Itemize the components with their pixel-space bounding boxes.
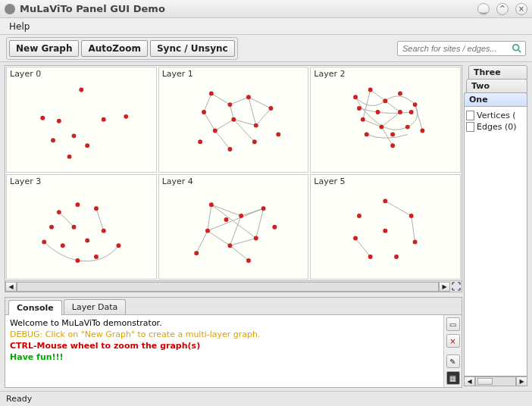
svg-point-60 — [272, 224, 277, 229]
graph-horizontal-scrollbar[interactable]: ◀ ▶ — [5, 280, 462, 292]
menubar: Help — [0, 18, 532, 35]
svg-point-53 — [261, 206, 265, 211]
svg-point-45 — [42, 239, 46, 244]
maximize-button[interactable]: ^ — [496, 3, 509, 15]
layer-cell-0[interactable]: Layer 0 — [6, 67, 157, 173]
layer-label: Layer 1 — [162, 69, 193, 79]
svg-point-19 — [252, 139, 257, 144]
svg-point-14 — [268, 106, 273, 111]
svg-point-68 — [383, 228, 388, 233]
tab-three[interactable]: Three — [468, 65, 527, 80]
svg-point-41 — [94, 206, 99, 211]
console-settings-button[interactable]: ▦ — [446, 371, 460, 385]
svg-point-15 — [254, 123, 258, 128]
tab-layer-data[interactable]: Layer Data — [64, 299, 126, 314]
sync-unsync-button[interactable]: Sync / Unsync — [150, 40, 235, 57]
svg-point-62 — [409, 214, 414, 218]
scroll-right-arrow[interactable]: ▶ — [516, 376, 527, 386]
svg-point-37 — [376, 110, 380, 114]
search-box[interactable] — [397, 41, 526, 56]
svg-point-42 — [49, 224, 54, 229]
tab-two[interactable]: Two — [466, 79, 527, 93]
console-line: DEBUG: Click on "New Graph" to create a … — [10, 329, 439, 341]
right-tabs: Three Two One — [464, 65, 527, 106]
scroll-right-arrow[interactable]: ▶ — [439, 282, 450, 292]
menu-help[interactable]: Help — [5, 20, 34, 33]
console-body: Welcome to MuLaViTo demonstrator.DEBUG: … — [5, 315, 462, 387]
layer-cell-3[interactable]: Layer 3 — [6, 174, 157, 280]
scroll-track[interactable] — [17, 282, 439, 292]
svg-point-61 — [383, 198, 388, 203]
scroll-track[interactable] — [475, 376, 516, 386]
svg-point-43 — [72, 224, 77, 229]
console-side-toolbar: ▭ × ✎ ▦ — [443, 315, 462, 387]
close-button[interactable]: × — [515, 3, 527, 15]
search-icon[interactable] — [512, 43, 522, 54]
tree-item-edges[interactable]: Edges (0) — [466, 121, 525, 133]
statusbar: Ready — [0, 391, 532, 406]
new-graph-button[interactable]: New Graph — [9, 40, 79, 57]
layer-cell-4[interactable]: Layer 4 — [158, 174, 309, 280]
svg-point-44 — [102, 228, 106, 233]
tab-console[interactable]: Console — [8, 300, 62, 315]
svg-point-25 — [383, 98, 388, 103]
console-clear-button[interactable]: ▭ — [446, 317, 460, 331]
svg-point-32 — [361, 117, 365, 122]
svg-point-39 — [57, 210, 61, 214]
layer-label: Layer 4 — [162, 176, 193, 186]
svg-point-9 — [85, 143, 89, 148]
svg-point-2 — [79, 88, 83, 92]
svg-point-50 — [85, 238, 89, 242]
svg-point-7 — [51, 138, 55, 142]
status-text: Ready — [6, 394, 32, 404]
svg-point-46 — [61, 243, 65, 248]
svg-point-51 — [209, 202, 214, 207]
svg-point-35 — [391, 143, 396, 148]
toolbar-group: New Graph AutoZoom Sync / Unsync — [6, 37, 238, 60]
minimize-button[interactable]: ‿ — [477, 3, 490, 15]
svg-point-10 — [67, 155, 72, 159]
expand-icon[interactable] — [450, 282, 462, 291]
svg-point-4 — [57, 119, 61, 123]
svg-point-12 — [227, 102, 232, 107]
svg-point-65 — [368, 255, 373, 259]
svg-point-22 — [276, 132, 280, 136]
console-save-button[interactable]: ✎ — [446, 354, 460, 368]
right-column: Three Two One Vertices ( Edges (0) ◀ ▶ — [462, 62, 532, 391]
layer-label: Layer 0 — [10, 69, 41, 79]
svg-point-3 — [40, 116, 45, 120]
svg-point-48 — [94, 255, 99, 259]
main-area: Layer 0 Layer 1 — [0, 62, 532, 391]
layer-cell-5[interactable]: Layer 5 — [310, 174, 461, 280]
graph-panel: Layer 0 Layer 1 — [5, 65, 462, 292]
layer-cell-1[interactable]: Layer 1 — [158, 67, 309, 173]
svg-point-13 — [246, 95, 251, 99]
svg-point-54 — [254, 236, 258, 240]
search-input[interactable] — [401, 43, 512, 54]
autozoom-button[interactable]: AutoZoom — [81, 40, 148, 57]
svg-point-5 — [102, 117, 106, 122]
layer-cell-2[interactable]: Layer 2 — [310, 67, 461, 173]
svg-point-29 — [405, 125, 410, 130]
svg-point-20 — [227, 147, 232, 151]
svg-point-0 — [513, 44, 519, 50]
right-horizontal-scrollbar[interactable]: ◀ ▶ — [464, 376, 527, 388]
svg-point-26 — [398, 91, 402, 95]
console-line: Welcome to MuLaViTo demonstrator. — [10, 318, 439, 329]
scroll-left-arrow[interactable]: ◀ — [464, 376, 475, 386]
console-text: Welcome to MuLaViTo demonstrator.DEBUG: … — [5, 315, 443, 387]
svg-point-40 — [75, 202, 80, 207]
svg-point-28 — [421, 129, 425, 133]
svg-point-36 — [398, 110, 402, 114]
svg-point-56 — [205, 228, 210, 233]
svg-point-11 — [209, 91, 214, 95]
tree-item-vertices[interactable]: Vertices ( — [466, 110, 525, 121]
app-icon — [5, 4, 15, 14]
svg-point-64 — [394, 255, 399, 259]
tab-one[interactable]: One — [464, 92, 527, 107]
svg-point-52 — [239, 214, 243, 218]
svg-point-6 — [124, 114, 128, 119]
scroll-left-arrow[interactable]: ◀ — [5, 282, 17, 292]
console-stop-button[interactable]: × — [446, 334, 460, 348]
svg-point-23 — [353, 95, 358, 99]
